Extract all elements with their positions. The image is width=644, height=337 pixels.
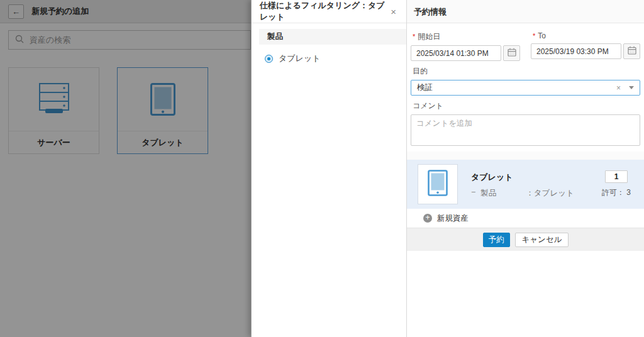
start-date-input[interactable] [411,45,501,61]
modal-overlay [0,0,251,337]
date-row: *開始日 *To [411,26,640,61]
reservation-panel-title: 予約情報 [407,0,644,23]
filter-option-label: タブレット [279,53,321,64]
end-date-field: *To [531,26,640,61]
filter-panel-header: 仕様によるフィルタリング：タブレット × [252,0,406,23]
asset-thumbnail [418,164,458,204]
quantity-input[interactable] [605,170,628,183]
asset-spec-key: 製品 [480,188,526,199]
empty-area [407,251,644,337]
reservation-form: *開始日 *To [407,23,644,152]
action-bar: 予約 キャンセル [407,228,644,251]
calendar-icon [628,46,636,57]
start-date-calendar-button[interactable] [503,45,520,61]
required-marker: * [533,32,535,40]
purpose-input[interactable] [417,84,608,92]
reservation-info-panel: 予約情報 *開始日 [406,0,644,337]
asset-quantity-column: 許可： 3 [602,170,631,198]
asset-info: タブレット − 製品 ：タブレット [471,170,602,199]
close-icon[interactable]: × [391,7,396,16]
add-asset-button[interactable]: + 新規資産 [407,209,644,228]
asset-spec-value: ：タブレット [526,188,574,199]
cancel-button[interactable]: キャンセル [515,233,569,247]
comment-textarea[interactable] [411,114,640,146]
asset-spec-row: − 製品 ：タブレット [471,188,602,199]
purpose-label: 目的 [413,66,640,77]
filter-panel: 仕様によるフィルタリング：タブレット × 製品 タブレット [251,0,406,337]
radio-selected-icon[interactable] [265,55,273,63]
reserve-button[interactable]: 予約 [483,233,510,247]
end-date-calendar-button[interactable] [623,43,640,59]
filter-option-tablet[interactable]: タブレット [265,53,406,64]
plus-icon: + [423,214,432,223]
calendar-icon [508,48,516,59]
clear-icon[interactable]: × [616,84,621,92]
add-reservation-window: ← 新規予約の追加 [0,0,644,337]
asset-title: タブレット [471,172,602,183]
filter-section-header: 製品 [259,29,406,45]
end-date-label: *To [533,31,640,40]
asset-selection-panel: ← 新規予約の追加 [0,0,251,337]
chevron-down-icon[interactable] [629,86,634,89]
start-date-label: *開始日 [413,31,520,42]
comment-label: コメント [413,101,640,111]
section-divider [407,152,644,160]
start-date-field: *開始日 [411,26,520,61]
required-marker: * [413,33,415,40]
selected-asset-row: タブレット − 製品 ：タブレット 許可： 3 [407,160,644,209]
add-asset-label: 新規資産 [437,213,469,224]
filter-panel-title: 仕様によるフィルタリング：タブレット [260,0,391,23]
purpose-select[interactable]: × [411,80,640,96]
collapse-icon[interactable]: − [471,188,475,199]
allowed-count: 許可： 3 [602,187,631,198]
end-date-input[interactable] [531,43,621,59]
tablet-icon [428,170,448,199]
